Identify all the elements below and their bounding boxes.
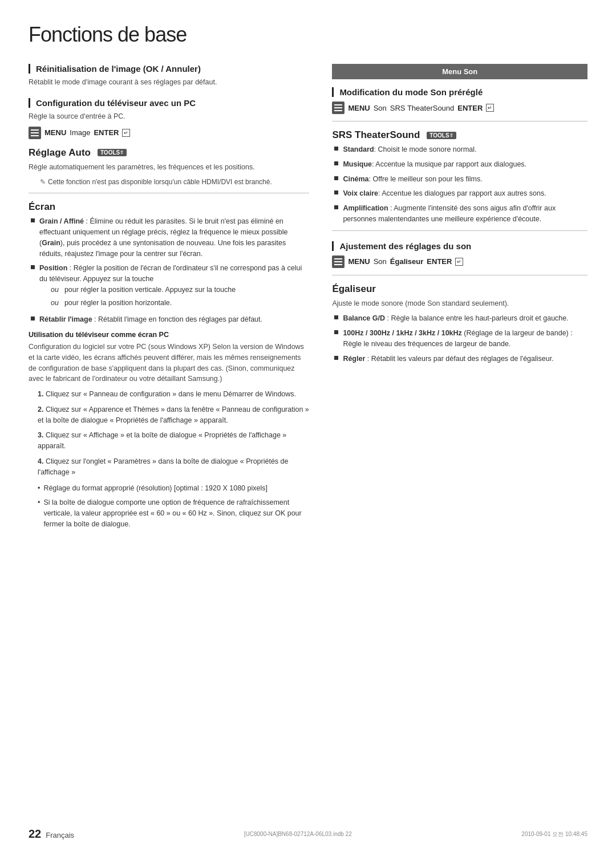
svg-rect-5 <box>334 110 342 111</box>
ecran-title: Écran <box>29 201 309 213</box>
bullet-amplification: Amplification : Augmente l'intensité des… <box>334 203 587 225</box>
bullet-retablir: Rétablir l'image : Rétablit l'image en f… <box>31 314 309 325</box>
enter-arrow-icon-right: ↵ <box>486 104 494 112</box>
menu-icon <box>29 127 41 139</box>
section-ecran: Écran Grain / Affiné : Élimine ou réduit… <box>29 201 309 529</box>
menu-egal-item: Égaliseur <box>390 257 424 266</box>
page-language: Français <box>46 831 74 839</box>
svg-rect-4 <box>334 107 342 108</box>
tools-badge-right: TOOLS ⇧ <box>427 132 456 139</box>
section-srs: SRS TheaterSound TOOLS ⇧ Standard: Chois… <box>332 129 587 225</box>
enter-arrow-icon: ↵ <box>122 129 130 137</box>
page-footer: 22 Français [UC8000-NA]BN68-02712A-06L03… <box>0 827 616 841</box>
bullet-cinema: Cinéma: Offre le meilleur son pour les f… <box>334 174 587 185</box>
right-column: Menu Son Modification du mode Son prérég… <box>332 64 587 535</box>
reglage-auto-note: Cette fonction n'est pas disponible lors… <box>40 177 309 187</box>
section-ajustement: Ajustement des réglages du son MENU Son … <box>332 241 587 268</box>
enter-keyword: ENTER <box>94 128 119 137</box>
egaliseur-title: Égaliseur <box>332 283 587 295</box>
svg-rect-2 <box>31 135 39 136</box>
ajustement-menu-line: MENU Son Égaliseur ENTER ↵ <box>332 255 587 268</box>
config-pc-text: Règle la source d'entrée à PC. <box>29 111 309 122</box>
numbered-item-1: 1. Cliquez sur « Panneau de configuratio… <box>38 389 309 400</box>
bullet-square-icon <box>334 176 338 180</box>
bullet-grain: Grain / Affiné : Élimine ou réduit les p… <box>31 216 309 259</box>
numbered-item-4: 4. Cliquez sur l'onglet « Paramètres » d… <box>38 456 309 478</box>
reglage-auto-text: Règle automatiquement les paramètres, le… <box>29 162 309 173</box>
bullet-square-icon <box>334 315 338 319</box>
config-pc-title: Configuration du téléviseur avec un PC <box>29 98 309 108</box>
numbered-item-2: 2. Cliquez sur « Apparence et Thèmes » d… <box>38 404 309 426</box>
bullet-freq: 100Hz / 300Hz / 1kHz / 3kHz / 10kHz (Rég… <box>334 328 587 350</box>
sub-vertical: ou pour régler la position verticale. Ap… <box>51 285 309 295</box>
utilisation-title: Utilisation du téléviseur comme écran PC <box>29 331 309 339</box>
svg-rect-6 <box>334 258 342 259</box>
bullet-position: Position : Régler la position de l'écran… <box>31 263 309 310</box>
left-column: Réinitialisation de l'image (OK / Annule… <box>29 64 309 535</box>
tools-badge: TOOLS ⇧ <box>98 149 127 156</box>
page-title: Fonctions de base <box>29 23 587 47</box>
bullet-square-icon <box>334 330 338 334</box>
page-number: 22 <box>29 827 41 841</box>
sub-horizontal: ou pour régler la position horizontale. <box>51 298 309 309</box>
footer-file: [UC8000-NA]BN68-02712A-06L03.indb 22 <box>244 831 352 837</box>
dot-item-1: Réglage du format approprié (résolution)… <box>38 483 309 494</box>
svg-rect-7 <box>334 261 342 262</box>
dot-list: Réglage du format approprié (résolution)… <box>38 483 309 529</box>
enter-keyword-adj: ENTER <box>427 257 452 266</box>
svg-rect-1 <box>31 132 39 133</box>
enter-arrow-icon-adj: ↵ <box>455 258 463 266</box>
menu-srs-item: SRS TheaterSound <box>390 104 455 112</box>
dot-item-2: Si la boîte de dialogue comporte une opt… <box>38 497 309 529</box>
menu-keyword: MENU <box>44 128 66 137</box>
utilisation-text: Configuration du logiciel sur votre PC (… <box>29 342 309 384</box>
svg-rect-8 <box>334 264 342 265</box>
section-reglage-auto: Réglage Auto TOOLS ⇧ Règle automatiqueme… <box>29 147 309 188</box>
srs-bullets: Standard: Choisit le mode sonore normal.… <box>334 144 587 225</box>
menu-keyword-right: MENU <box>348 104 370 112</box>
bullet-voix-claire: Voix claire: Accentue les dialogues par … <box>334 188 587 199</box>
reinitialisation-text: Rétablit le mode d'image courant à ses r… <box>29 77 309 88</box>
svg-rect-3 <box>334 104 342 106</box>
enter-keyword-right: ENTER <box>457 104 483 112</box>
menu-icon-adj <box>332 255 345 268</box>
bullet-square-icon <box>334 205 338 209</box>
section-reinitialisation: Réinitialisation de l'image (OK / Annule… <box>29 64 309 88</box>
menu-item-image: Image <box>70 128 90 137</box>
numbered-item-3: 3. Cliquez sur « Affichage » et la boîte… <box>38 430 309 452</box>
srs-title: SRS TheaterSound TOOLS ⇧ <box>332 129 587 141</box>
section-modification-son: Modification du mode Son préréglé MENU S… <box>332 87 587 114</box>
menu-icon-right <box>332 102 345 114</box>
bullet-regler: Régler : Rétablit les valeurs par défaut… <box>334 354 587 364</box>
menu-keyword-adj: MENU <box>348 257 370 266</box>
bullet-musique: Musique: Accentue la musique par rapport… <box>334 159 587 170</box>
bullet-square-icon <box>334 190 338 194</box>
bullet-square-icon <box>334 356 338 360</box>
menu-son-item: Son <box>374 104 387 112</box>
menu-son-header: Menu Son <box>332 64 587 79</box>
modification-son-menu-line: MENU Son SRS TheaterSound ENTER ↵ <box>332 102 587 114</box>
egaliseur-subtitle: Ajuste le mode sonore (mode Son standard… <box>332 298 587 309</box>
bullet-square-icon <box>31 218 35 222</box>
numbered-list: 1. Cliquez sur « Panneau de configuratio… <box>38 389 309 477</box>
bullet-square-icon <box>31 265 35 269</box>
reglage-auto-title: Réglage Auto TOOLS ⇧ <box>29 147 309 159</box>
config-pc-menu-line: MENU Image ENTER ↵ <box>29 127 309 139</box>
egaliseur-bullets: Balance G/D : Règle la balance entre les… <box>334 313 587 364</box>
footer-date: 2010-09-01 오전 10:48:45 <box>521 830 587 838</box>
section-config-pc: Configuration du téléviseur avec un PC R… <box>29 98 309 139</box>
section-egaliseur: Égaliseur Ajuste le mode sonore (mode So… <box>332 283 587 364</box>
menu-son-adj: Son <box>374 257 387 266</box>
reinitialisation-title: Réinitialisation de l'image (OK / Annule… <box>29 64 309 74</box>
ecran-bullets: Grain / Affiné : Élimine ou réduit les p… <box>31 216 309 325</box>
bullet-standard: Standard: Choisit le mode sonore normal. <box>334 144 587 155</box>
bullet-balance: Balance G/D : Règle la balance entre les… <box>334 313 587 324</box>
svg-rect-0 <box>31 129 39 131</box>
bullet-square-icon <box>334 147 338 151</box>
ajustement-title: Ajustement des réglages du son <box>332 241 587 251</box>
modification-son-title: Modification du mode Son préréglé <box>332 87 587 97</box>
bullet-square-icon <box>31 317 35 320</box>
bullet-square-icon <box>334 161 338 165</box>
